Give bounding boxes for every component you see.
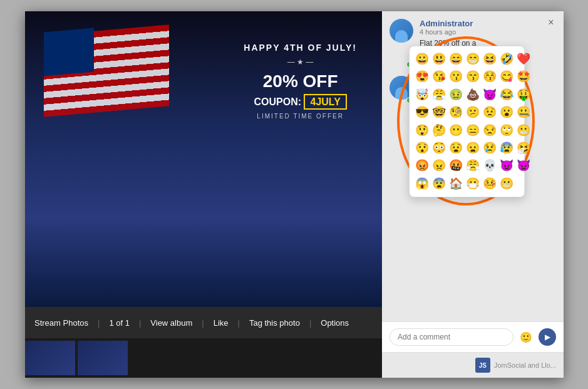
view-album-link[interactable]: View album [150,318,192,328]
emoji-item[interactable]: 😑 [465,123,480,138]
emoji-item[interactable]: 😍 [415,69,430,85]
emoji-item[interactable]: 🤔 [431,123,446,138]
thumbnail-1[interactable] [25,341,75,375]
emoji-item[interactable]: 💀 [482,158,497,174]
tag-photo-link[interactable]: Tag this photo [249,318,300,328]
emoji-item[interactable]: 😤 [431,87,446,103]
emoji-item[interactable]: 😬 [499,176,514,192]
emoji-grid: 😀😃😄😁😆🤣❤️😍😘😗😙😚😋🤩🤯😤🤢💩😈😂🤑😎🤓🧐😕😟😮🤐😲🤔😶😑😒🙄😬😯😳😧😦… [415,51,519,192]
emoji-item[interactable]: 🤬 [448,158,463,174]
emoji-item[interactable]: 😀 [415,51,430,67]
emoji-item[interactable]: 🤧 [516,140,531,156]
emoji-item[interactable]: 😡 [415,158,430,174]
emoji-item[interactable]: 😠 [431,158,446,174]
photo-bottom-bar: Stream Photos | 1 of 1 | View album | Li… [25,307,382,338]
emoji-item[interactable]: 😒 [482,123,497,138]
emoji-toggle-button[interactable]: 🙂 [518,329,534,345]
emoji-item[interactable]: 🤓 [431,105,446,120]
emoji-item[interactable]: 😮 [499,105,514,120]
emoji-item[interactable]: 🤣 [499,51,514,67]
emoji-item[interactable]: 🤯 [415,87,430,103]
emoji-item[interactable]: 😱 [415,176,430,192]
emoji-item[interactable]: 🤩 [516,69,531,85]
thumbnail-2[interactable] [78,341,128,375]
emoji-item[interactable]: ❤️ [516,51,531,67]
promo-percent: 20% OFF [244,71,357,91]
emoji-item[interactable]: 😦 [465,140,480,156]
like-link[interactable]: Like [214,318,229,328]
emoji-item[interactable]: 😎 [415,105,430,120]
right-panel: × Administrator 4 hours ago Flat 20% off… [382,11,564,378]
emoji-item[interactable]: 😗 [448,69,463,85]
emoji-item[interactable]: 👿 [516,158,531,174]
emoji-item[interactable]: 🤢 [448,87,463,103]
emoji-item[interactable]: 🧐 [448,105,463,120]
emoji-item[interactable]: 😄 [448,51,463,67]
comment-input[interactable] [389,328,513,346]
emoji-item[interactable]: 😲 [415,123,430,138]
post-time-1: 4 hours ago [420,28,556,36]
emoji-item[interactable]: 😤 [465,158,480,174]
emoji-picker[interactable]: 😀😃😄😁😆🤣❤️😍😘😗😙😚😋🤩🤯😤🤢💩😈😂🤑😎🤓🧐😕😟😮🤐😲🤔😶😑😒🙄😬😯😳😧😦… [409,46,525,197]
emoji-item[interactable]: 😨 [431,176,446,192]
emoji-item[interactable]: 💩 [465,87,480,103]
promo-text-block: HAPPY 4TH OF JULY! — ★ — 20% OFF COUPON:… [244,43,357,120]
emoji-item[interactable]: 🏠 [448,176,463,192]
send-comment-button[interactable]: ▶ [539,328,556,346]
emoji-item[interactable]: 😳 [431,140,446,156]
emoji-item[interactable]: 🤐 [516,105,531,120]
emoji-item[interactable]: 😷 [465,176,480,192]
footer-text: JomSocial and Llo... [494,361,556,369]
emoji-item[interactable]: 😁 [465,51,480,67]
emoji-item[interactable]: 😕 [465,105,480,120]
flag-canton [44,28,94,76]
emoji-item[interactable]: 😋 [499,69,514,85]
photo-background: HAPPY 4TH OF JULY! — ★ — 20% OFF COUPON:… [25,11,382,307]
thumbnails-row [25,338,382,378]
emoji-item[interactable]: 😈 [482,87,497,103]
footer-area: JS JomSocial and Llo... [382,352,564,378]
emoji-item[interactable]: 😃 [431,51,446,67]
emoji-item[interactable]: 😢 [482,140,497,156]
options-link[interactable]: Options [321,318,349,328]
send-icon: ▶ [545,333,550,341]
stream-photos-link[interactable]: Stream Photos [34,318,88,328]
close-button[interactable]: × [545,16,557,29]
emoji-item[interactable]: 😆 [482,51,497,67]
coupon-code: 4JULY [304,94,346,110]
photo-image-area: HAPPY 4TH OF JULY! — ★ — 20% OFF COUPON:… [25,11,382,307]
comment-input-area: 🙂 ▶ [382,321,564,352]
emoji-item[interactable]: 😯 [415,140,430,156]
emoji-item[interactable]: 😘 [431,69,446,85]
modal-container: HAPPY 4TH OF JULY! — ★ — 20% OFF COUPON:… [25,11,564,378]
emoji-item[interactable]: 😶 [448,123,463,138]
emoji-item[interactable]: 😚 [482,69,497,85]
promo-limited: LIMITED TIME OFFER [244,113,357,120]
promo-coupon: COUPON: 4JULY [244,96,357,108]
emoji-item[interactable]: 😂 [499,87,514,103]
emoji-item[interactable]: 😬 [516,123,531,138]
emoji-item[interactable]: 😰 [499,140,514,156]
promo-divider: — ★ — [244,58,357,66]
emoji-item[interactable]: 😈 [499,158,514,174]
photo-count: 1 of 1 [109,318,130,328]
emoji-item[interactable]: 🤑 [516,87,531,103]
photo-panel: HAPPY 4TH OF JULY! — ★ — 20% OFF COUPON:… [25,11,382,378]
coupon-label: COUPON: [254,96,301,107]
emoji-item[interactable]: 😧 [448,140,463,156]
emoji-item[interactable]: 😙 [465,69,480,85]
emoji-item[interactable]: 😟 [482,105,497,120]
emoji-item[interactable]: 🤒 [482,176,497,192]
jomsocial-logo: JS [475,358,490,373]
emoji-item[interactable]: 🙄 [499,123,514,138]
avatar-1 [389,19,413,43]
username-1[interactable]: Administrator [420,19,556,28]
promo-title: HAPPY 4TH OF JULY! [244,43,357,53]
